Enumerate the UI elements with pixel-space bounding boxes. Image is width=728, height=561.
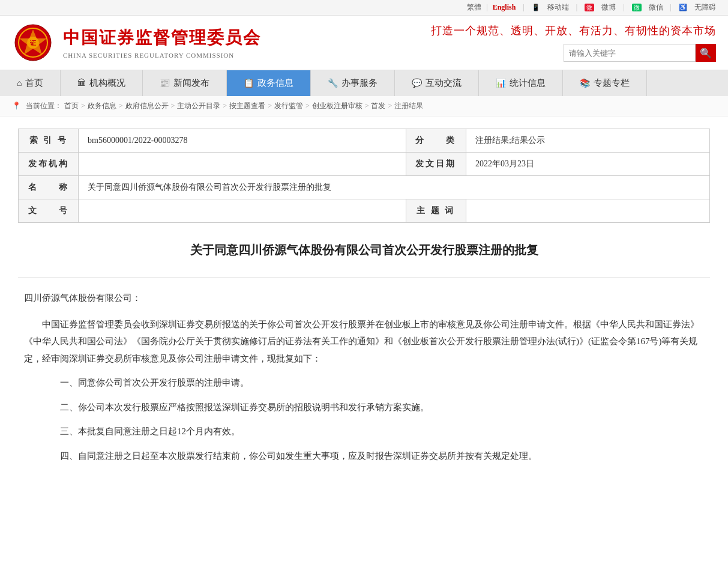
search-input[interactable]: [564, 44, 696, 62]
nav-item-org[interactable]: 🏛 机构概况: [61, 70, 143, 96]
bc-sep3: >: [171, 102, 175, 111]
logo-area: 证 中国证券监督管理委员会 CHINA SECURITIES REGULATOR…: [12, 22, 261, 64]
document-body: 四川侨源气体股份有限公司： 中国证券监督管理委员会收到深圳证券交易所报送的关于你…: [18, 290, 710, 464]
bc-sep1: >: [81, 102, 85, 111]
org-icon: 🏛: [77, 79, 86, 88]
news-icon: 📰: [160, 78, 170, 88]
breadcrumb-home[interactable]: 首页: [64, 101, 79, 111]
bc-sep5: >: [268, 102, 272, 111]
search-button[interactable]: 🔍: [696, 44, 716, 62]
table-row-docno: 文 号 主 题 词: [19, 199, 710, 223]
nav-label-interact: 互动交流: [426, 77, 462, 89]
bc-sep2: >: [119, 102, 123, 111]
svg-text:证: 证: [30, 40, 37, 46]
table-row-index: 索 引 号 bm56000001/2022-00003278 分 类 注册结果;…: [19, 129, 710, 153]
special-icon: 📚: [580, 78, 590, 88]
publisher-value: [79, 153, 406, 176]
bc-sep7: >: [365, 102, 369, 111]
weibo-link[interactable]: 微博: [601, 2, 616, 13]
sep4: |: [623, 3, 624, 12]
nav-label-org: 机构概况: [89, 77, 125, 89]
main-content: 索 引 号 bm56000001/2022-00003278 分 类 注册结果;…: [0, 117, 728, 484]
recipient: 四川侨源气体股份有限公司：: [24, 290, 704, 307]
nav-label-news: 新闻发布: [173, 77, 209, 89]
home-icon: [17, 79, 22, 88]
sep3: |: [576, 3, 577, 12]
nav-item-stats[interactable]: 📊 统计信息: [479, 70, 563, 96]
header: 证 中国证券监督管理委员会 CHINA SECURITIES REGULATOR…: [0, 16, 728, 70]
table-row-publisher: 发布机构 发文日期 2022年03月23日: [19, 153, 710, 176]
mobile-icon: [532, 3, 540, 12]
nav-item-special[interactable]: 📚 专题专栏: [563, 70, 647, 96]
top-bar: 繁體 | English | 移动端 | 微博 | 微信 | 无障碍: [0, 0, 728, 16]
nav-item-service[interactable]: 🔧 办事服务: [311, 70, 395, 96]
breadcrumb-growth-review[interactable]: 创业板注册审核: [312, 101, 362, 111]
category-label: 分 类: [406, 129, 466, 153]
publisher-label: 发布机构: [19, 153, 79, 176]
breadcrumb-current: 注册结果: [394, 101, 423, 111]
nav-item-interact[interactable]: 💬 互动交流: [395, 70, 479, 96]
language-switcher: 繁體 | English: [467, 2, 516, 13]
name-value: 关于同意四川侨源气体股份有限公司首次公开发行股票注册的批复: [79, 176, 710, 199]
doc-info-table: 索 引 号 bm56000001/2022-00003278 分 类 注册结果;…: [18, 129, 710, 223]
item3: 三、本批复自同意注册之日起12个月内有效。: [24, 423, 704, 440]
subject-value: [466, 199, 709, 223]
access-icon: [679, 3, 687, 12]
docno-value: [79, 199, 406, 223]
document-title: 关于同意四川侨源气体股份有限公司首次公开发行股票注册的批复: [18, 241, 710, 259]
search-bar: 🔍: [431, 44, 716, 62]
breadcrumb-by-topic[interactable]: 按主题查看: [229, 101, 265, 111]
breadcrumb-gov-info[interactable]: 政务信息: [88, 101, 116, 111]
nav-item-gov-info[interactable]: 📋 政务信息: [227, 70, 311, 96]
org-name-en: CHINA SECURITIES REGULATORY COMMISSION: [63, 52, 261, 59]
weixin-icon: [632, 3, 642, 12]
breadcrumb-ipo[interactable]: 首发: [371, 101, 385, 111]
breadcrumb-open-info[interactable]: 政府信息公开: [125, 101, 169, 111]
nav-label-service: 办事服务: [341, 77, 378, 89]
weixin-link[interactable]: 微信: [649, 2, 663, 13]
breadcrumb-prefix: 当前位置：: [26, 101, 62, 111]
item4: 四、自同意注册之日起至本次股票发行结束前，你公司如发生重大事项，应及时报告深圳证…: [24, 447, 704, 465]
logo-emblem: 证: [12, 22, 54, 64]
stats-icon: 📊: [496, 78, 506, 88]
logo-text: 中国证券监督管理委员会 CHINA SECURITIES REGULATORY …: [63, 26, 261, 59]
weibo-icon: [585, 3, 594, 12]
nav-label-special: 专题专栏: [594, 77, 630, 89]
bc-sep6: >: [305, 102, 310, 111]
org-name-cn: 中国证券监督管理委员会: [63, 26, 261, 49]
nav-label-gov-info: 政务信息: [257, 77, 293, 89]
lang-en[interactable]: English: [493, 3, 516, 12]
sep2: |: [523, 3, 524, 12]
main-nav: 首页 🏛 机构概况 📰 新闻发布 📋 政务信息 🔧 办事服务 💬 互动交流 📊 …: [0, 70, 728, 96]
docno-label: 文 号: [19, 199, 79, 223]
service-icon: 🔧: [328, 78, 338, 88]
nav-label-home: 首页: [25, 77, 43, 89]
item2: 二、你公司本次发行股票应严格按照报送深圳证券交易所的招股说明书和发行承销方案实施…: [24, 399, 704, 416]
nav-item-news[interactable]: 📰 新闻发布: [143, 70, 227, 96]
index-value: bm56000001/2022-00003278: [79, 129, 406, 153]
sep1: |: [486, 3, 487, 12]
category-value: 注册结果;结果公示: [466, 129, 709, 153]
table-row-name: 名 称 关于同意四川侨源气体股份有限公司首次公开发行股票注册的批复: [19, 176, 710, 199]
mobile-link[interactable]: 移动端: [547, 2, 569, 13]
bc-sep4: >: [223, 102, 227, 111]
gov-icon: 📋: [244, 78, 254, 88]
subject-label: 主 题 词: [406, 199, 466, 223]
interact-icon: 💬: [412, 78, 422, 88]
index-label: 索 引 号: [19, 129, 79, 153]
location-icon: 📍: [12, 102, 21, 111]
header-right: 打造一个规范、透明、开放、有活力、有韧性的资本市场 🔍: [431, 23, 716, 62]
body-para1: 中国证券监督管理委员会收到深圳证券交易所报送的关于你公司首次公开发行股票并在创业…: [24, 316, 704, 368]
breadcrumb: 📍 当前位置： 首页 > 政务信息 > 政府信息公开 > 主动公开目录 > 按主…: [0, 96, 728, 117]
nav-item-home[interactable]: 首页: [0, 70, 61, 96]
breadcrumb-active-dir[interactable]: 主动公开目录: [177, 101, 220, 111]
breadcrumb-ipo-sup[interactable]: 发行监管: [274, 101, 303, 111]
name-label: 名 称: [19, 176, 79, 199]
slogan: 打造一个规范、透明、开放、有活力、有韧性的资本市场: [431, 23, 716, 38]
title-divider: [18, 277, 710, 277]
date-label: 发文日期: [406, 153, 466, 176]
sep5: |: [670, 3, 672, 12]
access-link[interactable]: 无障碍: [694, 2, 716, 13]
item1: 一、同意你公司首次公开发行股票的注册申请。: [24, 374, 704, 392]
lang-cn[interactable]: 繁體: [467, 2, 481, 13]
